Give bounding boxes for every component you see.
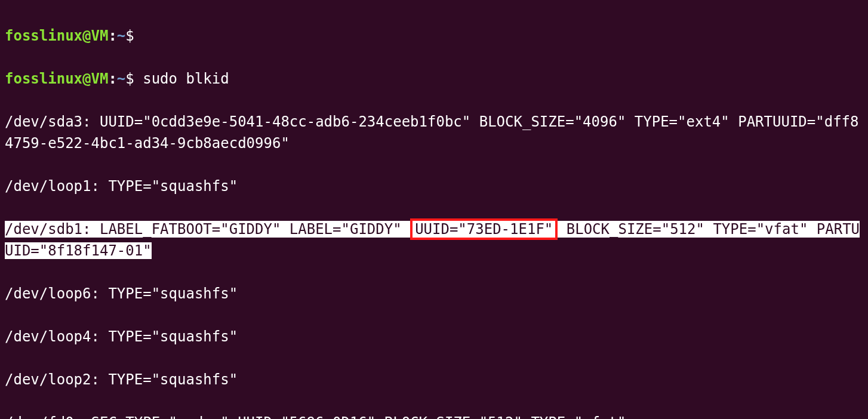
prompt-symbol: $ xyxy=(125,70,134,87)
output-line: /dev/fd0: SEC_TYPE="msdos" UUID="5696-0D… xyxy=(5,412,863,419)
prompt-line-2: fosslinux@VM:~$ sudo blkid xyxy=(5,68,863,90)
prompt-at: @ xyxy=(82,70,91,87)
prompt-path: ~ xyxy=(117,70,125,87)
terminal-window[interactable]: fosslinux@VM:~$ fosslinux@VM:~$ sudo blk… xyxy=(0,0,868,419)
prompt-user: fosslinux xyxy=(5,70,82,87)
prompt-symbol: $ xyxy=(125,27,134,44)
prompt-path: ~ xyxy=(117,27,125,44)
command-input-2[interactable]: sudo blkid xyxy=(143,70,229,87)
output-line: /dev/loop4: TYPE="squashfs" xyxy=(5,326,863,347)
prompt-line-1: fosslinux@VM:~$ xyxy=(5,25,863,47)
output-line-highlighted: /dev/sdb1: LABEL_FATBOOT="GIDDY" LABEL="… xyxy=(5,218,863,261)
prompt-colon: : xyxy=(108,70,116,87)
output-line: /dev/loop2: TYPE="squashfs" xyxy=(5,369,863,390)
uuid-highlight-box: UUID="73ED-1E1F" xyxy=(410,218,558,240)
prompt-host: VM xyxy=(91,27,109,44)
output-line: /dev/sda3: UUID="0cdd3e9e-5041-48cc-adb6… xyxy=(5,111,863,154)
prompt-host: VM xyxy=(91,70,109,87)
prompt-at: @ xyxy=(82,27,91,44)
prompt-colon: : xyxy=(108,27,116,44)
prompt-user: fosslinux xyxy=(5,27,82,44)
highlight-pre: /dev/sdb1: LABEL_FATBOOT="GIDDY" LABEL="… xyxy=(5,221,410,238)
output-line: /dev/loop1: TYPE="squashfs" xyxy=(5,175,863,197)
output-line: /dev/loop6: TYPE="squashfs" xyxy=(5,283,863,304)
